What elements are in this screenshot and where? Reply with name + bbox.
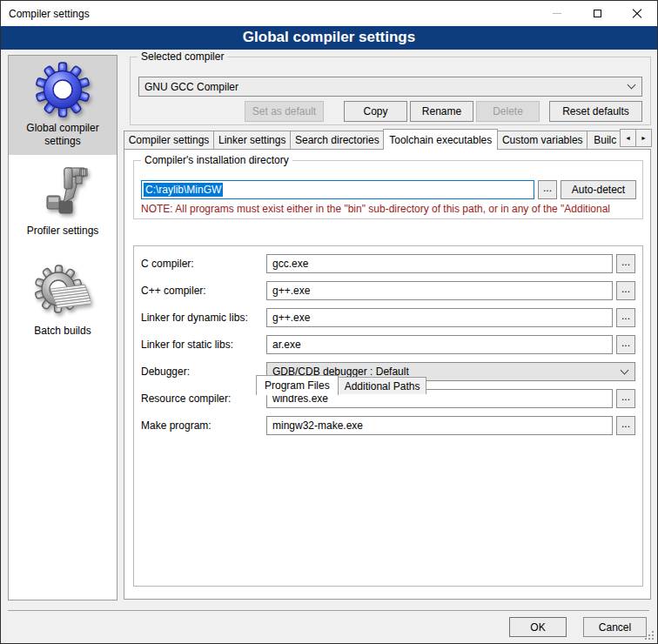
copy-button[interactable]: Copy [344,101,407,122]
make-program-browse-button[interactable]: ... [616,416,635,435]
browse-directory-button[interactable]: ... [538,180,557,199]
caliper-icon [35,164,91,220]
caption-buttons [537,1,657,26]
c-compiler-row: C compiler: gcc.exe ... [134,254,642,273]
program-files-page: C compiler: gcc.exe ... C++ compiler: g+… [133,245,643,587]
program-files-tabstrip: Program Files Additional Paths [256,374,426,394]
window-title: Compiler settings [9,8,90,20]
compiler-select[interactable]: GNU GCC Compiler [138,77,642,97]
field-label: Debugger: [141,362,265,381]
settings-category-list: Global compiler settings [8,55,118,600]
tab-build-options-clipped[interactable]: Builc [587,131,621,149]
minimize-icon [553,13,561,14]
chevron-down-icon [621,366,629,374]
field-label: Make program: [141,416,265,435]
rename-button[interactable]: Rename [410,101,473,122]
dynamic-linker-row: Linker for dynamic libs: g++.exe ... [134,308,642,327]
tab-scrollers: ◄ ► [620,129,652,147]
compiler-settings-dialog: Compiler settings Global compiler settin… [0,0,658,644]
set-as-default-button: Set as default [245,101,324,122]
sidebar-item-label: Profiler settings [17,225,108,238]
sidebar-item-label: Global compiler settings [17,122,108,148]
installation-directory-group: Compiler's installation directory C:\ray… [133,160,643,219]
static-linker-row: Linker for static libs: ar.exe ... [134,335,642,354]
titlebar: Compiler settings [1,1,657,26]
compiler-button-row: Set as default Copy Rename Delete Reset … [138,101,642,122]
tab-compiler-settings[interactable]: Compiler settings [124,131,214,149]
resize-grip[interactable] [652,631,654,633]
cpp-compiler-row: C++ compiler: g++.exe ... [134,281,642,300]
group-label: Selected compiler [138,50,227,63]
c-compiler-input[interactable]: gcc.exe [266,254,613,273]
tab-scroll-left-icon[interactable]: ◄ [620,129,636,147]
make-program-input[interactable]: mingw32-make.exe [266,416,613,435]
tab-linker-settings[interactable]: Linker settings [213,131,291,149]
auto-detect-button[interactable]: Auto-detect [561,180,636,199]
tab-search-directories[interactable]: Search directories [290,131,384,149]
close-icon [632,9,642,19]
dynamic-linker-input[interactable]: g++.exe [266,308,613,327]
bin-subdirectory-note: NOTE: All programs must exist either in … [141,203,639,215]
cancel-button[interactable]: Cancel [583,617,647,637]
field-label: C compiler: [141,254,265,273]
selected-text: C:\raylib\MinGW [144,183,223,197]
dynamic-linker-browse-button[interactable]: ... [616,308,635,327]
delete-button: Delete [476,101,540,122]
static-linker-input[interactable]: ar.exe [266,335,613,354]
installation-directory-input[interactable]: C:\raylib\MinGW [141,180,534,199]
field-label: C++ compiler: [141,281,265,300]
field-label: Linker for static libs: [141,335,265,354]
resource-compiler-browse-button[interactable]: ... [616,389,635,408]
field-label: Linker for dynamic libs: [141,308,265,327]
tab-custom-variables[interactable]: Custom variables [497,131,588,149]
field-label: Resource compiler: [141,389,265,408]
blue-gear-icon [35,62,91,117]
footer-divider [8,610,649,611]
sidebar-item-profiler-settings[interactable]: Profiler settings [9,158,117,245]
cpp-compiler-input[interactable]: g++.exe [266,281,613,300]
static-linker-browse-button[interactable]: ... [616,335,635,354]
reset-defaults-button[interactable]: Reset defaults [549,101,642,122]
minimize-button [537,1,577,26]
close-button[interactable] [617,1,657,26]
compiler-select-value: GNU GCC Compiler [144,81,628,93]
c-compiler-browse-button[interactable]: ... [616,254,635,273]
ok-button[interactable]: OK [509,617,567,637]
cpp-compiler-browse-button[interactable]: ... [616,281,635,300]
tab-additional-paths[interactable]: Additional Paths [338,377,427,394]
tab-toolchain-executables[interactable]: Toolchain executables [383,129,498,150]
sidebar-item-global-compiler-settings[interactable]: Global compiler settings [9,56,117,155]
selected-compiler-group: Selected compiler GNU GCC Compiler Set a… [130,57,651,125]
maximize-icon [594,10,601,17]
toolchain-executables-page: Compiler's installation directory C:\ray… [124,149,651,600]
group-label: Compiler's installation directory [141,154,292,166]
page-title: Global compiler settings [1,26,657,50]
chevron-down-icon [628,81,636,90]
settings-tabstrip: Compiler settings Linker settings Search… [124,128,652,149]
make-program-row: Make program: mingw32-make.exe ... [134,416,642,435]
tab-scroll-right-icon[interactable]: ► [635,129,652,147]
grey-gear-stack-icon [35,265,91,320]
sidebar-item-label: Batch builds [17,325,108,338]
maximize-button[interactable] [577,1,617,26]
sidebar-item-batch-builds[interactable]: Batch builds [9,258,117,345]
tab-program-files[interactable]: Program Files [256,375,339,395]
